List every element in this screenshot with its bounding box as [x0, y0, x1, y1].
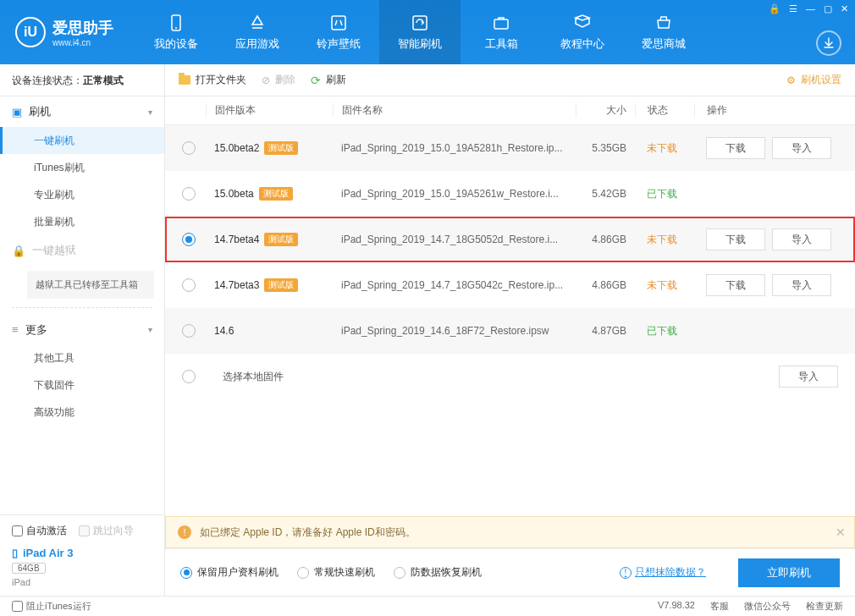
open-folder-button[interactable]: 打开文件夹 — [179, 73, 246, 87]
flash-icon: ▣ — [12, 106, 22, 118]
firmware-name: iPad_Spring_2019_15.0_19A5261w_Restore.i… — [333, 188, 576, 200]
refresh-button[interactable]: ⟳ 刷新 — [311, 73, 346, 87]
erase-data-link[interactable]: ! 只想抹除数据？ — [620, 565, 706, 580]
apple-id-warning: ! 如已绑定 Apple ID，请准备好 Apple ID和密码。 ✕ — [165, 516, 855, 548]
col-version: 固件版本 — [206, 103, 333, 118]
sidebar-group-jailbreak[interactable]: 🔒 一键越狱 — [0, 235, 164, 266]
nav-icon — [166, 13, 186, 33]
row-radio[interactable] — [182, 141, 196, 155]
table-row: 14.6iPad_Spring_2019_14.6_18F72_Restore.… — [165, 308, 855, 354]
device-icon: ▯ — [12, 547, 18, 559]
download-button[interactable]: 下载 — [706, 228, 765, 250]
col-name: 固件名称 — [333, 103, 576, 118]
download-button[interactable]: 下载 — [706, 274, 765, 296]
firmware-table-body: 15.0beta2测试版iPad_Spring_2019_15.0_19A528… — [165, 125, 855, 354]
sidebar-item[interactable]: iTunes刷机 — [0, 154, 164, 181]
skip-guide-checkbox[interactable]: 跳过向导 — [79, 524, 134, 538]
nav-tab-1[interactable]: 应用游戏 — [217, 0, 298, 64]
sidebar-group-more[interactable]: ≡ 更多 ▾ — [0, 315, 164, 345]
folder-icon — [179, 75, 190, 85]
firmware-status: 未下载 — [635, 233, 694, 247]
firmware-status: 未下载 — [635, 278, 694, 293]
connection-status: 设备连接状态：正常模式 — [0, 64, 164, 96]
nav-icon — [654, 13, 674, 33]
version-label: V7.98.32 — [658, 600, 695, 613]
lock-icon[interactable]: 🔒 — [769, 3, 781, 14]
nav-tab-3[interactable]: 智能刷机 — [379, 0, 461, 64]
sidebar-item[interactable]: 专业刷机 — [0, 181, 164, 208]
table-row: 14.7beta4测试版iPad_Spring_2019_14.7_18G505… — [165, 217, 855, 262]
firmware-status: 未下载 — [635, 141, 694, 156]
nav-tab-0[interactable]: 我的设备 — [135, 0, 217, 64]
auto-activate-checkbox[interactable]: 自动激活 — [12, 524, 67, 538]
import-button[interactable]: 导入 — [772, 274, 831, 296]
nav-tab-5[interactable]: 教程中心 — [542, 0, 623, 64]
firmware-size: 4.87GB — [576, 325, 635, 337]
delete-button[interactable]: ⊘ 删除 — [262, 73, 295, 87]
block-itunes-checkbox[interactable]: 阻止iTunes运行 — [12, 600, 91, 613]
sidebar-item[interactable]: 批量刷机 — [0, 208, 164, 235]
beta-badge: 测试版 — [264, 141, 298, 155]
wechat-link[interactable]: 微信公众号 — [744, 600, 791, 613]
svg-rect-4 — [494, 19, 508, 29]
import-button[interactable]: 导入 — [772, 137, 831, 159]
separator — [12, 307, 152, 308]
flash-now-button[interactable]: 立即刷机 — [738, 558, 840, 587]
row-radio[interactable] — [182, 187, 196, 201]
sidebar-item[interactable]: 一键刷机 — [0, 127, 164, 154]
firmware-status: 已下载 — [635, 324, 694, 338]
minimize-icon[interactable]: — — [806, 3, 815, 14]
nav-tab-2[interactable]: 铃声壁纸 — [298, 0, 379, 64]
sidebar-item[interactable]: 下载固件 — [0, 372, 164, 399]
device-model: iPad — [12, 577, 152, 587]
nav-icon — [328, 13, 349, 33]
firmware-size: 4.86GB — [576, 234, 635, 245]
info-icon: ! — [620, 567, 632, 579]
warning-icon: ! — [178, 525, 191, 539]
download-button[interactable]: 下载 — [706, 137, 765, 159]
firmware-name: iPad_Spring_2019_15.0_19A5281h_Restore.i… — [333, 142, 576, 154]
jailbreak-moved-note: 越狱工具已转移至工具箱 — [27, 271, 154, 299]
table-row: 14.7beta3测试版iPad_Spring_2019_14.7_18G504… — [165, 262, 855, 308]
col-size: 大小 — [576, 103, 635, 118]
firmware-version: 14.7beta4 — [214, 234, 259, 245]
window-controls: 🔒 ☰ — ▢ ✕ — [769, 3, 848, 14]
gear-icon: ⚙ — [786, 74, 796, 86]
flash-mode-radio[interactable]: 常规快速刷机 — [297, 565, 375, 580]
sidebar-group-flash[interactable]: ▣ 刷机 ▾ — [0, 96, 164, 127]
firmware-name: iPad_Spring_2019_14.7_18G5042c_Restore.i… — [333, 279, 576, 291]
import-button[interactable]: 导入 — [779, 366, 838, 388]
row-radio[interactable] — [182, 278, 196, 292]
firmware-version: 14.6 — [214, 325, 234, 337]
refresh-icon: ⟳ — [311, 74, 321, 87]
customer-service-link[interactable]: 客服 — [710, 600, 729, 613]
device-name[interactable]: ▯ iPad Air 3 — [12, 547, 152, 559]
row-radio[interactable] — [182, 324, 196, 338]
lock-icon: 🔒 — [12, 245, 25, 257]
close-warning-icon[interactable]: ✕ — [836, 525, 846, 539]
firmware-version: 14.7beta3 — [214, 279, 259, 291]
download-indicator-icon[interactable] — [816, 30, 841, 56]
nav-tab-4[interactable]: 工具箱 — [461, 0, 542, 64]
close-icon[interactable]: ✕ — [841, 3, 848, 14]
sidebar-device-panel: 自动激活 跳过向导 ▯ iPad Air 3 64GB iPad — [0, 514, 164, 596]
flash-mode-radio[interactable]: 防数据恢复刷机 — [394, 565, 482, 580]
row-radio[interactable] — [182, 233, 196, 246]
chevron-down-icon: ▾ — [148, 325, 152, 334]
menu-icon[interactable]: ☰ — [789, 3, 797, 14]
import-button[interactable]: 导入 — [772, 228, 831, 250]
col-ops: 操作 — [694, 103, 838, 118]
sidebar-item[interactable]: 高级功能 — [0, 399, 164, 426]
sidebar-item[interactable]: 其他工具 — [0, 345, 164, 372]
beta-badge: 测试版 — [259, 187, 293, 201]
maximize-icon[interactable]: ▢ — [824, 3, 832, 14]
footer: 阻止iTunes运行 V7.98.32 客服 微信公众号 检查更新 — [0, 596, 855, 616]
beta-badge: 测试版 — [264, 233, 298, 246]
firmware-status: 已下载 — [635, 187, 694, 201]
flash-mode-radio[interactable]: 保留用户资料刷机 — [180, 565, 279, 580]
firmware-name: iPad_Spring_2019_14.7_18G5052d_Restore.i… — [333, 234, 576, 245]
nav-tab-6[interactable]: 爱思商城 — [623, 0, 704, 64]
local-firmware-radio[interactable] — [182, 370, 196, 383]
flash-settings-link[interactable]: ⚙ 刷机设置 — [786, 73, 841, 87]
check-update-link[interactable]: 检查更新 — [806, 600, 843, 613]
